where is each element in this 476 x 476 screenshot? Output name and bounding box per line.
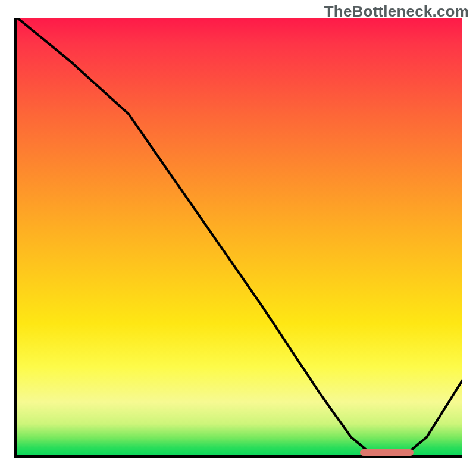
curve-svg	[17, 18, 462, 455]
optimal-range-marker	[360, 449, 414, 456]
chart-stage: TheBottleneck.com	[0, 0, 476, 476]
bottleneck-curve	[17, 18, 462, 454]
plot-area	[14, 18, 462, 458]
